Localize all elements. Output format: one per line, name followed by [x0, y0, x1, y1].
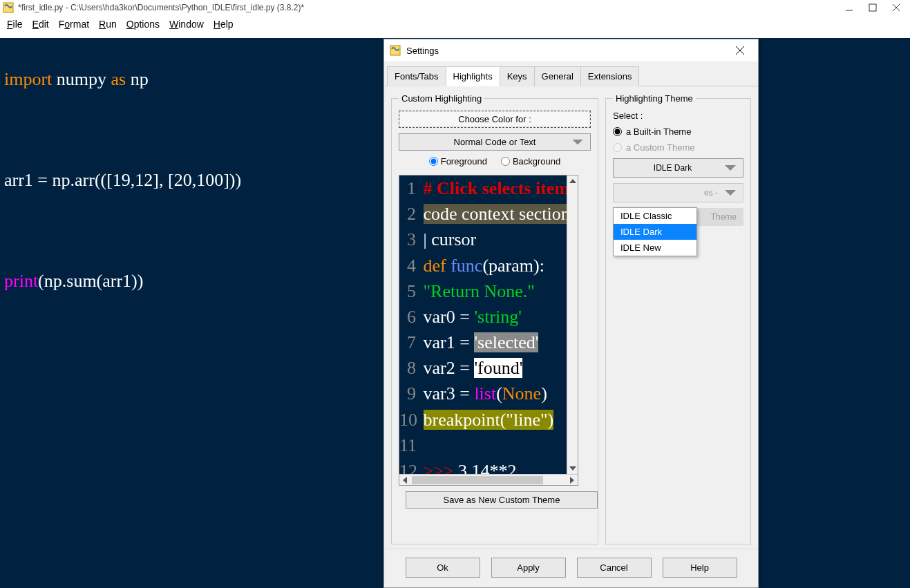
menu-format[interactable]: Format	[59, 19, 89, 30]
scroll-right-icon[interactable]	[567, 475, 578, 486]
settings-tabs: Fonts/Tabs Highlights Keys General Exten…	[384, 61, 758, 86]
scroll-thumb[interactable]	[412, 476, 543, 484]
gutter-line-number: 5	[399, 278, 419, 304]
theme-selected-label: IDLE Dark	[620, 163, 725, 173]
settings-titlebar[interactable]: Settings	[384, 39, 758, 61]
preview-line[interactable]: 4 def func(param):	[399, 253, 567, 278]
gutter-line-number: 10	[399, 407, 419, 433]
minimize-button[interactable]	[845, 3, 853, 12]
save-custom-theme-button[interactable]: Save as New Custom Theme	[406, 491, 598, 509]
fn-print: print	[4, 271, 38, 291]
apply-button[interactable]: Apply	[491, 558, 566, 578]
preview-line[interactable]: 2 code context section	[399, 201, 567, 227]
settings-dialog: Settings Fonts/Tabs Highlights Keys Gene…	[383, 39, 759, 588]
preview-line[interactable]: 5 "Return None."	[399, 278, 567, 304]
builtin-theme-radio[interactable]: a Built-in Theme	[613, 126, 743, 137]
scroll-down-icon[interactable]	[567, 463, 578, 474]
tab-highlights[interactable]: Highlights	[446, 66, 500, 86]
menu-edit[interactable]: Edit	[32, 19, 49, 30]
settings-title: Settings	[406, 46, 728, 56]
custom-theme-radio[interactable]: a Custom Theme	[613, 142, 743, 153]
scroll-left-icon[interactable]	[399, 475, 410, 486]
svg-rect-5	[390, 46, 400, 55]
kw-import: import	[4, 69, 52, 89]
highlight-target-label: Normal Code or Text	[454, 137, 536, 147]
secondary-theme-dropdown-disabled: es -	[613, 183, 743, 202]
preview-horizontal-scrollbar[interactable]	[399, 474, 578, 485]
preview-line[interactable]: 1 # Click selects item.	[399, 176, 567, 201]
gutter-line-number: 7	[399, 330, 419, 355]
theme-dropdown-list[interactable]: IDLE Classic IDLE Dark IDLE New	[613, 207, 697, 256]
preview-line[interactable]: 9 var3 = list(None)	[399, 381, 567, 406]
tab-fonts[interactable]: Fonts/Tabs	[387, 66, 446, 86]
highlight-target-dropdown[interactable]: Normal Code or Text	[399, 133, 591, 151]
preview-line[interactable]: 3 | cursor	[399, 227, 567, 252]
maximize-button[interactable]	[869, 3, 877, 12]
preview-line[interactable]: 11	[399, 433, 567, 458]
settings-button-bar: Ok Apply Cancel Help	[384, 549, 758, 587]
theme-option-classic[interactable]: IDLE Classic	[614, 208, 696, 224]
menu-options[interactable]: Options	[126, 19, 160, 30]
settings-dialog-icon	[390, 45, 401, 56]
preview-code[interactable]: 1 # Click selects item.2 code context se…	[399, 176, 567, 474]
background-radio[interactable]: Background	[501, 156, 560, 167]
menubar: File Edit Format Run Options Window Help	[0, 15, 910, 33]
gutter-line-number: 1	[399, 176, 419, 201]
theme-select-dropdown[interactable]: IDLE Dark	[613, 158, 743, 178]
main-titlebar: *first_idle.py - C:\Users\hda3kor\Docume…	[0, 0, 910, 15]
menu-file[interactable]: File	[7, 19, 23, 30]
help-button[interactable]: Help	[663, 558, 737, 578]
gutter-line-number: 4	[399, 253, 419, 278]
svg-rect-0	[3, 3, 13, 12]
kw-as: as	[111, 69, 126, 89]
chevron-down-icon	[725, 165, 736, 171]
theme-option-new[interactable]: IDLE New	[614, 240, 696, 256]
select-label: Select :	[613, 111, 743, 121]
preview-line[interactable]: 10 breakpoint("line")	[399, 407, 567, 433]
settings-close-button[interactable]	[728, 42, 752, 59]
python-idle-icon	[3, 2, 14, 13]
custom-highlighting-group: Custom Highlighting Choose Color for : N…	[391, 93, 598, 544]
menu-window[interactable]: Window	[169, 19, 204, 30]
gutter-line-number: 12	[399, 458, 419, 474]
close-button[interactable]	[892, 3, 900, 12]
chevron-down-icon	[725, 190, 736, 196]
preview-line[interactable]: 8 var2 = 'found'	[399, 355, 567, 381]
ok-button[interactable]: Ok	[406, 558, 480, 578]
theme-option-dark[interactable]: IDLE Dark	[614, 224, 696, 240]
highlight-preview: 1 # Click selects item.2 code context se…	[399, 175, 578, 486]
cancel-button[interactable]: Cancel	[577, 558, 652, 578]
custom-highlighting-legend: Custom Highlighting	[399, 93, 484, 104]
gutter-line-number: 9	[399, 381, 419, 406]
tab-extensions[interactable]: Extensions	[580, 66, 640, 86]
main-window-title: *first_idle.py - C:\Users\hda3kor\Docume…	[18, 3, 845, 12]
scroll-up-icon[interactable]	[567, 176, 578, 187]
gutter-line-number: 6	[399, 304, 419, 330]
chevron-down-icon	[572, 140, 583, 145]
gutter-line-number: 3	[399, 227, 419, 252]
preview-vertical-scrollbar[interactable]	[567, 176, 578, 474]
svg-rect-2	[869, 4, 876, 11]
preview-line[interactable]: 7 var1 = 'selected'	[399, 330, 567, 355]
choose-color-button[interactable]: Choose Color for :	[399, 111, 591, 128]
highlighting-theme-group: Highlighting Theme Select : a Built-in T…	[605, 93, 751, 544]
tab-keys[interactable]: Keys	[500, 66, 535, 86]
tab-general[interactable]: General	[534, 66, 581, 86]
gutter-line-number: 8	[399, 355, 419, 381]
gutter-line-number: 2	[399, 201, 419, 227]
gutter-line-number: 11	[399, 433, 419, 458]
preview-line[interactable]: 6 var0 = 'string'	[399, 304, 567, 330]
highlighting-theme-legend: Highlighting Theme	[613, 93, 696, 104]
menu-run[interactable]: Run	[99, 19, 117, 30]
menu-help[interactable]: Help	[214, 19, 234, 30]
foreground-radio[interactable]: Foreground	[429, 156, 487, 167]
preview-line[interactable]: 12 >>> 3.14**2	[399, 458, 567, 474]
